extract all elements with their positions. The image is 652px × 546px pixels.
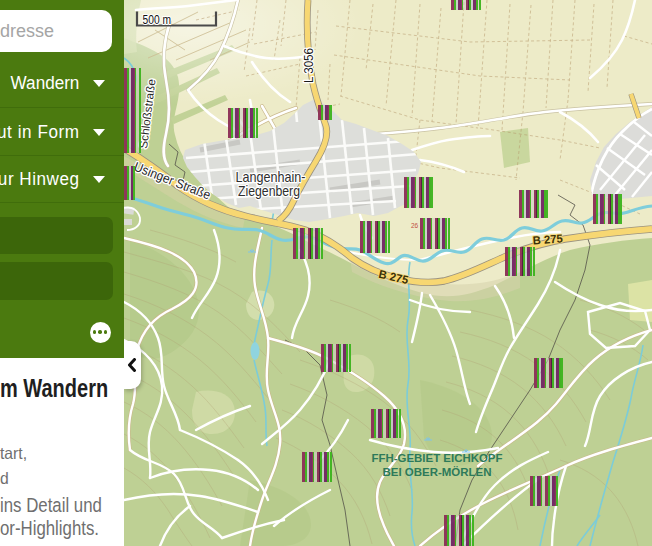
glitch-marker-tile <box>505 247 535 276</box>
search-input[interactable] <box>0 10 112 52</box>
glitch-marker-tile <box>124 68 141 153</box>
glitch-marker-tile <box>321 344 351 372</box>
map-patch-2 <box>628 280 652 322</box>
dropdown-activity[interactable]: Wandern <box>0 59 124 107</box>
ellipsis-icon <box>93 330 97 334</box>
chevron-down-icon <box>93 176 105 183</box>
label-l3056: L 3056 <box>302 48 316 83</box>
label-b275-2: B 275 <box>532 232 563 246</box>
label-town-2: Ziegenberg <box>238 182 300 199</box>
dropdown-fitness-label: Gut in Form <box>0 121 80 142</box>
chevron-down-icon <box>93 129 105 136</box>
glitch-marker-tile <box>451 0 481 10</box>
glitch-marker-tile <box>404 177 433 208</box>
panel-text-line: or-Highlights. <box>0 518 99 539</box>
label-ffh-2: BEI OBER-MÖRLEN <box>383 466 492 478</box>
dropdown-route-type[interactable]: Nur Hinweg <box>0 155 124 203</box>
glitch-marker-tile <box>444 515 474 546</box>
label-contour: 26 <box>411 222 419 229</box>
sidebar-button-1[interactable] <box>0 217 113 254</box>
sidebar: Wandern Gut in Form Nur Hinweg <box>0 0 124 358</box>
glitch-marker-tile <box>293 228 323 259</box>
glitch-marker-tile <box>420 218 450 249</box>
glitch-marker-tile <box>593 194 622 224</box>
panel-text-line: d <box>0 470 9 487</box>
glitch-marker-tile <box>534 358 563 388</box>
glitch-marker-tile <box>530 476 558 506</box>
glitch-marker-tile <box>124 166 135 200</box>
label-ffh-1: FFH-GEBIET EICHKOPF <box>372 452 503 464</box>
glitch-marker-tile <box>519 190 548 218</box>
sidebar-collapse-button[interactable] <box>124 341 141 389</box>
panel-text-line: tart, <box>0 445 27 462</box>
dropdown-fitness[interactable]: Gut in Form <box>0 107 124 155</box>
chevron-down-icon <box>93 80 105 87</box>
map-pond <box>251 342 260 360</box>
info-panel: m Wandern tart, d ins Detail und or-High… <box>0 358 124 546</box>
panel-heading: m Wandern <box>0 376 108 401</box>
panel-text-line: ins Detail und <box>0 495 102 516</box>
glitch-marker-tile <box>318 105 332 120</box>
app-window: Schloßstraße Usinger Straße L 3056 Lange… <box>0 0 652 546</box>
more-options-button[interactable] <box>90 322 111 343</box>
glitch-marker-tile <box>371 409 401 438</box>
dropdown-route-type-label: Nur Hinweg <box>0 169 80 190</box>
map-patch-1 <box>500 128 530 168</box>
sidebar-button-2[interactable] <box>0 262 113 300</box>
glitch-marker-tile <box>360 221 390 253</box>
chevron-left-icon <box>127 358 137 372</box>
dropdown-activity-label: Wandern <box>11 73 80 94</box>
dropdown-rows: Wandern Gut in Form Nur Hinweg <box>0 59 124 203</box>
glitch-marker-tile <box>228 108 258 138</box>
glitch-marker-tile <box>302 452 332 482</box>
scale-bar-label: 500 m <box>143 13 172 27</box>
